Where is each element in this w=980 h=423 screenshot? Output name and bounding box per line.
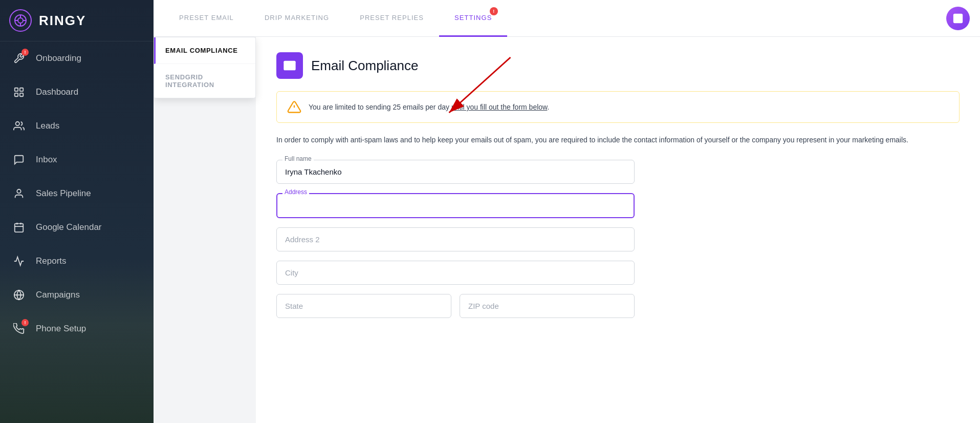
panel-title: Email Compliance [311,58,419,74]
sidebar-item-leads[interactable]: Leads [0,109,154,143]
dropdown-item-sendgrid-integration[interactable]: SENDGRID INTEGRATION [154,64,255,98]
sidebar-item-label: Inbox [36,155,57,165]
description-text: In order to comply with anti-spam laws a… [276,134,960,145]
zip-field [460,294,635,318]
address-field: Address [276,193,635,218]
logo-icon [9,9,32,32]
sidebar-item-label: Dashboard [36,87,78,97]
state-field [276,294,451,318]
tab-drip-marketing[interactable]: DRIP MARKETING [249,0,344,37]
email-compliance-panel: Email Compliance You are limited to send… [256,37,980,423]
sidebar-item-label: Onboarding [36,53,81,64]
alert-box: You are limited to sending 25 emails per… [276,91,960,123]
svg-rect-18 [953,13,963,23]
globe-icon [11,287,27,303]
email-icon [276,52,303,79]
person-icon [11,186,27,201]
tab-preset-replies[interactable]: PRESET REPLIES [344,0,439,37]
settings-dropdown: EMAIL COMPLIANCE SENDGRID INTEGRATION [154,37,256,98]
onboarding-badge: ! [21,49,29,56]
tab-preset-email[interactable]: PRESET EMAIL [164,0,249,37]
phone-icon: ! [11,321,27,336]
address-input[interactable] [276,193,635,218]
full-name-input[interactable] [276,160,635,184]
panel-header: Email Compliance [276,52,960,79]
svg-point-11 [17,189,20,193]
sidebar-item-onboarding[interactable]: ! Onboarding [0,41,154,75]
sidebar: RINGY ! Onboarding Dashboard [0,0,154,423]
address-label: Address [282,188,309,196]
svg-point-1 [18,18,23,23]
app-title: RINGY [39,13,86,29]
sidebar-item-reports[interactable]: Reports [0,244,154,278]
user-avatar[interactable] [946,7,970,30]
warning-icon [287,100,301,114]
wrench-icon: ! [11,51,27,66]
main-content: PRESET EMAIL DRIP MARKETING PRESET REPLI… [154,0,980,423]
sidebar-item-label: Phone Setup [36,324,86,334]
tab-settings[interactable]: SETTINGS ! [439,0,507,37]
sidebar-item-label: Google Calendar [36,222,102,232]
content-area: EMAIL COMPLIANCE SENDGRID INTEGRATION [154,37,980,423]
sidebar-item-campaigns[interactable]: Campaigns [0,278,154,312]
sidebar-item-label: Campaigns [36,290,80,300]
sidebar-item-label: Leads [36,121,59,131]
full-name-field: Full name [276,160,635,184]
svg-rect-12 [15,224,24,232]
dashboard-icon [11,84,27,100]
tabs-bar: PRESET EMAIL DRIP MARKETING PRESET REPLI… [154,0,980,37]
address2-input[interactable] [276,227,635,251]
svg-rect-6 [15,88,18,91]
svg-point-10 [16,122,19,125]
svg-rect-8 [15,93,18,96]
zip-input[interactable] [460,294,635,318]
logo-area: RINGY [0,0,154,41]
alert-link[interactable]: until you fill out the form below [451,103,548,111]
svg-rect-7 [20,88,23,91]
calendar-icon [11,220,27,235]
sidebar-item-google-calendar[interactable]: Google Calendar [0,210,154,244]
alert-message: You are limited to sending 25 emails per… [309,103,549,111]
sidebar-item-phone-setup[interactable]: ! Phone Setup [0,312,154,346]
phone-setup-badge: ! [21,319,29,326]
users-icon [11,118,27,134]
sidebar-item-dashboard[interactable]: Dashboard [0,75,154,109]
city-field [276,261,635,285]
chart-icon [11,253,27,269]
sidebar-item-label: Sales Pipeline [36,188,91,199]
full-name-label: Full name [282,155,314,162]
city-input[interactable] [276,261,635,285]
sidebar-item-inbox[interactable]: Inbox [0,143,154,177]
svg-rect-9 [20,93,23,96]
sidebar-item-label: Reports [36,256,67,266]
dropdown-item-email-compliance[interactable]: EMAIL COMPLIANCE [154,37,255,64]
address2-field [276,227,635,251]
settings-tab-badge: ! [490,7,498,15]
chat-icon [11,152,27,167]
state-input[interactable] [276,294,451,318]
sidebar-item-sales-pipeline[interactable]: Sales Pipeline [0,177,154,210]
